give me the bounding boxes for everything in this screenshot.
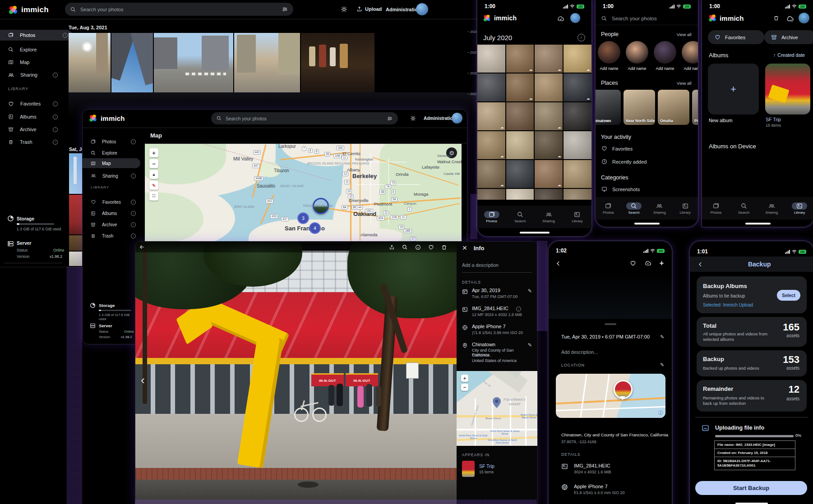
user-avatar[interactable] [416, 3, 428, 15]
photo-thumbnail[interactable] [111, 33, 153, 92]
nav-item-search[interactable]: Search [513, 211, 528, 223]
start-backup-button[interactable]: Start Backup [695, 481, 807, 495]
theme-toggle-sun-icon[interactable] [341, 6, 347, 13]
search-input[interactable]: Search your photos [65, 3, 293, 16]
nav-item-photos[interactable]: Photos [484, 211, 499, 223]
add-name-label[interactable]: Add name [628, 66, 646, 71]
photo-grid-cell[interactable]: ☁ [564, 189, 591, 200]
zoom-icon[interactable] [402, 244, 408, 250]
map-zoom-out-button[interactable]: − [149, 159, 158, 168]
home-indicator[interactable] [745, 223, 771, 225]
back-icon[interactable] [697, 261, 704, 268]
photo-grid-cell[interactable] [535, 189, 563, 200]
photo-grid-cell[interactable]: ☁ [535, 160, 563, 188]
album-card-sftrip[interactable] [765, 64, 810, 115]
album-name[interactable]: SF Trip [479, 463, 494, 469]
person-item[interactable]: Add name [653, 41, 677, 77]
edit-location-icon[interactable]: ✎ [528, 342, 532, 348]
nav-item-sharing[interactable]: Sharing [652, 202, 667, 215]
photo-grid-cell[interactable]: ☁ [477, 102, 505, 130]
sidebar-item-sharing[interactable]: Sharing i [8, 70, 62, 79]
search-input[interactable]: Search your photos [211, 112, 398, 124]
album-link-row[interactable]: SF Trip 15 items [462, 460, 532, 478]
sidebar-item-explore[interactable]: Explore [8, 45, 62, 54]
place-card[interactable]: Pi [692, 90, 698, 125]
nav-item-library[interactable]: Library [792, 202, 807, 215]
photo-thumbnail[interactable] [234, 33, 300, 92]
photo-grid-cell[interactable]: ☁ [535, 45, 563, 73]
photo-grid-cell[interactable] [477, 45, 505, 73]
upload-button[interactable]: Upload [356, 6, 382, 12]
backup-cloud-icon[interactable] [557, 16, 564, 22]
places-view-all-link[interactable]: View all [677, 81, 692, 86]
archive-button[interactable]: Archive [764, 30, 813, 44]
edit-location-icon[interactable]: ✎ [660, 362, 664, 368]
sidebar-item-favorites[interactable]: Favorites i [8, 99, 62, 108]
sheet-drag-handle[interactable] [605, 323, 616, 325]
map-zoom-in-button[interactable]: + [149, 148, 158, 157]
photo-thumbnail[interactable] [69, 235, 82, 251]
photo-grid-cell[interactable]: ☁ [564, 73, 591, 101]
sidebar-item-albums[interactable]: Albums i [91, 209, 136, 217]
nav-item-photos[interactable]: Photos [708, 202, 724, 215]
people-view-all-link[interactable]: View all [677, 32, 692, 37]
place-card[interactable]: Chinatown [595, 90, 621, 125]
back-icon[interactable] [555, 260, 562, 267]
map-cluster-marker[interactable]: 4 [309, 222, 321, 234]
photo-grid-cell[interactable]: ☁ [535, 131, 563, 159]
administration-link[interactable]: Administration [424, 116, 456, 121]
place-card[interactable]: Near North Side [624, 90, 655, 125]
photo-grid-cell[interactable]: ☁ [506, 45, 534, 73]
nav-item-library[interactable]: Library [569, 211, 585, 223]
sidebar-item-photos[interactable]: Photos i [0, 30, 72, 41]
sidebar-item-trash[interactable]: Trash i [8, 137, 62, 147]
photo-grid-cell[interactable]: ☁ [477, 189, 505, 200]
photo-grid-cell[interactable] [564, 131, 591, 159]
photo-grid-cell[interactable] [506, 131, 534, 159]
photo-grid-cell[interactable]: ☁ [477, 160, 505, 188]
delete-icon[interactable] [441, 244, 447, 250]
place-card[interactable]: Omaha [658, 90, 689, 125]
sidebar-item-archive[interactable]: Archive i [8, 125, 62, 134]
home-indicator[interactable] [634, 223, 660, 225]
photo-grid-cell[interactable]: ☁ [506, 73, 534, 101]
photo-thumbnail[interactable] [69, 33, 111, 92]
new-album-card[interactable]: + [708, 64, 759, 115]
nav-item-search[interactable]: Search [626, 202, 642, 215]
cloud-upload-icon[interactable] [786, 16, 794, 22]
map-compass-button[interactable]: ▲ [149, 170, 158, 179]
album-name[interactable]: SF Trip [766, 117, 781, 122]
sidebar-item-map[interactable]: Map [83, 158, 140, 168]
administration-link[interactable]: Administration [386, 7, 421, 12]
search-filter-icon[interactable] [387, 116, 393, 121]
map-fullscreen-button[interactable]: ⛶ [149, 192, 158, 201]
photo-grid-cell[interactable] [506, 160, 534, 188]
person-item[interactable]: Add name [597, 41, 621, 77]
search-input[interactable]: Search your photos [596, 12, 698, 25]
trash-icon[interactable] [773, 15, 779, 21]
person-item[interactable]: Add name [681, 41, 698, 77]
screenshots-row[interactable]: Screenshots [601, 186, 640, 192]
search-filter-icon[interactable] [282, 6, 288, 12]
add-name-label[interactable]: Add name [600, 66, 618, 71]
sidebar-item-trash[interactable]: Trash i [91, 232, 136, 240]
photo-preview[interactable] [549, 271, 672, 319]
nav-item-search[interactable]: Search [736, 202, 752, 215]
sidebar-item-favorites[interactable]: Favorites i [91, 198, 136, 206]
favorites-row[interactable]: Favorites [601, 146, 633, 151]
recently-added-row[interactable]: Recently added [601, 159, 647, 165]
back-icon[interactable] [139, 244, 145, 250]
previous-asset-button[interactable]: ‹ [141, 373, 145, 387]
user-avatar[interactable] [570, 13, 580, 23]
edit-date-icon[interactable]: ✎ [660, 334, 664, 340]
sidebar-item-map[interactable]: Map [8, 58, 62, 67]
photo-thumbnail[interactable] [69, 153, 82, 194]
sidebar-item-archive[interactable]: Archive i [91, 220, 136, 229]
nav-item-sharing[interactable]: Sharing [764, 202, 779, 215]
map-cluster-marker[interactable]: 3 [297, 212, 309, 224]
theme-toggle-sun-icon[interactable] [410, 115, 416, 121]
description-input[interactable]: Add a description [462, 262, 532, 268]
photo-grid-cell[interactable]: ☁ [564, 45, 591, 73]
nav-item-sharing[interactable]: Sharing [541, 211, 556, 223]
minimap-zoom-in-button[interactable]: + [461, 375, 468, 382]
